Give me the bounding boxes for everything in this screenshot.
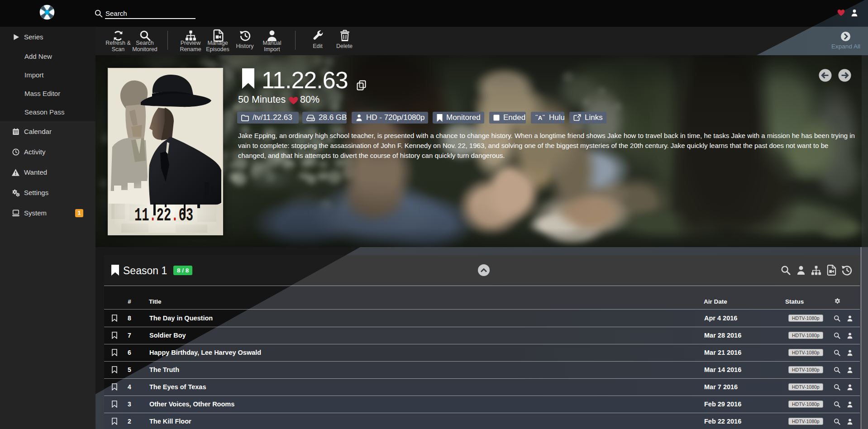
svg-text:A: A [538,114,543,121]
svg-text:11.22.63: 11.22.63 [134,205,193,226]
